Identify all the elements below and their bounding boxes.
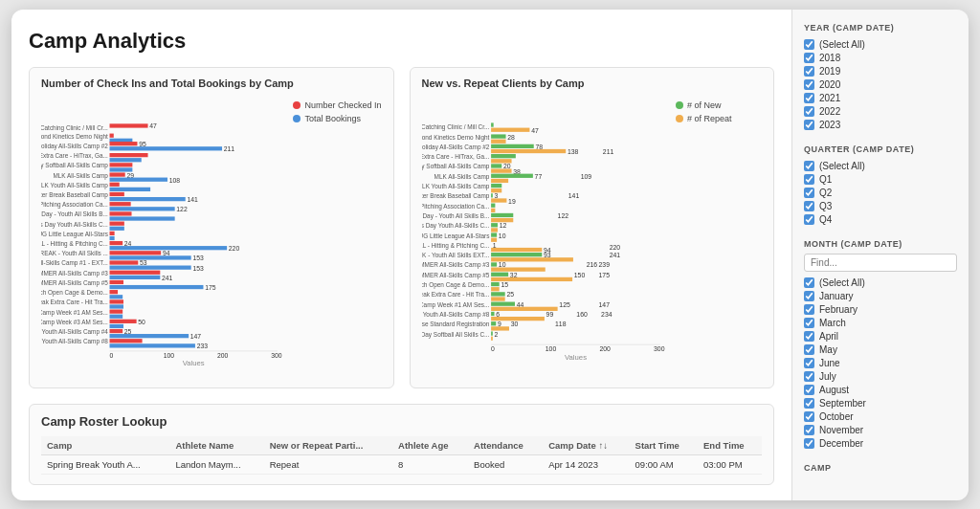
- svg-text:MLK All-Skills Camp: MLK All-Skills Camp: [434, 173, 489, 181]
- month-january[interactable]: January: [804, 289, 957, 302]
- svg-rect-196: [491, 337, 493, 341]
- month-march-checkbox[interactable]: [804, 318, 814, 328]
- col-age[interactable]: Athlete Age: [392, 436, 468, 455]
- svg-text:Holiday All-Skills Camp #2: Holiday All-Skills Camp #2: [41, 143, 108, 150]
- cell-type: Repeat: [264, 455, 392, 475]
- svg-text:Presidents Day - Youth All Ski: Presidents Day - Youth All Skills B...: [422, 212, 490, 220]
- svg-text:44: 44: [516, 301, 523, 308]
- month-september[interactable]: September: [804, 396, 957, 409]
- month-november[interactable]: November: [804, 423, 957, 436]
- svg-rect-81: [110, 334, 189, 338]
- year-2022[interactable]: 2022: [804, 104, 957, 118]
- svg-text:0: 0: [110, 352, 114, 359]
- legend-repeat-label: # of Repeat: [687, 114, 732, 123]
- month-may[interactable]: May: [804, 343, 957, 356]
- col-camp[interactable]: Camp: [41, 436, 169, 455]
- year-2019[interactable]: 2019: [804, 64, 957, 77]
- month-september-label: September: [819, 398, 866, 409]
- svg-text:Holiday Extra Care - HiTrax, G: Holiday Extra Care - HiTrax, Ga...: [41, 152, 108, 160]
- month-select-all-checkbox[interactable]: [804, 277, 814, 288]
- quarter-q1[interactable]: Q1: [804, 172, 957, 186]
- svg-text:Values: Values: [183, 359, 205, 367]
- month-search-input[interactable]: [804, 254, 957, 272]
- svg-text:220: 220: [609, 244, 620, 251]
- month-august-checkbox[interactable]: [804, 385, 814, 395]
- year-2022-checkbox[interactable]: [804, 106, 814, 117]
- quarter-q2-label: Q2: [819, 188, 832, 198]
- svg-rect-104: [491, 149, 566, 153]
- year-2020-checkbox[interactable]: [804, 79, 814, 90]
- year-2021[interactable]: 2021: [804, 91, 957, 104]
- month-april-checkbox[interactable]: [804, 331, 814, 342]
- month-september-checkbox[interactable]: [804, 398, 814, 409]
- month-february-checkbox[interactable]: [804, 304, 814, 315]
- month-june[interactable]: June: [804, 356, 957, 369]
- month-select-all[interactable]: (Select All): [804, 276, 957, 289]
- year-select-all[interactable]: (Select All): [804, 37, 957, 51]
- year-2021-checkbox[interactable]: [804, 93, 814, 103]
- year-2023-checkbox[interactable]: [804, 120, 814, 130]
- svg-text:138: 138: [567, 148, 578, 155]
- month-october[interactable]: October: [804, 409, 957, 423]
- svg-text:211: 211: [602, 148, 613, 155]
- svg-rect-43: [110, 241, 123, 245]
- col-type[interactable]: New or Repeat Parti...: [264, 436, 392, 455]
- svg-text:RUG Little League All-Stars: RUG Little League All-Stars: [422, 232, 489, 240]
- col-athlete[interactable]: Athlete Name: [169, 436, 263, 455]
- year-2018-checkbox[interactable]: [804, 53, 814, 63]
- svg-text:Baseball Catching Clinic / Mil: Baseball Catching Clinic / Mill Cr...: [422, 123, 490, 131]
- quarter-q2-checkbox[interactable]: [804, 188, 814, 198]
- month-october-checkbox[interactable]: [804, 411, 814, 422]
- quarter-q2[interactable]: Q2: [804, 186, 957, 199]
- svg-text:25: 25: [124, 328, 132, 335]
- quarter-q3-checkbox[interactable]: [804, 201, 814, 211]
- month-february[interactable]: February: [804, 302, 957, 316]
- month-january-checkbox[interactable]: [804, 291, 814, 301]
- col-end[interactable]: End Time: [698, 436, 762, 455]
- chart-checkins: Number of Check Ins and Total Bookings b…: [29, 67, 394, 388]
- year-2018[interactable]: 2018: [804, 51, 957, 64]
- filter-sidebar: YEAR (CAMP DATE) (Select All) 2018 2019 …: [791, 10, 969, 500]
- month-december-checkbox[interactable]: [804, 438, 814, 449]
- quarter-q4-checkbox[interactable]: [804, 214, 814, 225]
- month-january-label: January: [819, 291, 854, 301]
- month-june-checkbox[interactable]: [804, 358, 814, 368]
- quarter-q4-label: Q4: [819, 214, 832, 225]
- svg-rect-53: [110, 260, 139, 264]
- year-2020[interactable]: 2020: [804, 77, 957, 91]
- svg-rect-70: [110, 304, 123, 308]
- svg-text:211: 211: [224, 145, 235, 152]
- year-select-all-checkbox[interactable]: [804, 39, 814, 50]
- svg-text:2: 2: [494, 331, 498, 338]
- month-march[interactable]: March: [804, 316, 957, 329]
- svg-text:Presidents Day - Youth All Ski: Presidents Day - Youth All Skills B...: [41, 210, 108, 218]
- year-2023[interactable]: 2023: [804, 118, 957, 131]
- svg-text:Tom House Standard Registratio: Tom House Standard Registration: [422, 321, 490, 328]
- month-may-label: May: [819, 344, 837, 355]
- quarter-q4[interactable]: Q4: [804, 212, 957, 226]
- quarter-q1-checkbox[interactable]: [804, 174, 814, 185]
- month-november-checkbox[interactable]: [804, 425, 814, 435]
- col-start[interactable]: Start Time: [630, 436, 698, 455]
- camp-filter-title: CAMP: [804, 463, 957, 473]
- svg-rect-139: [491, 228, 498, 232]
- svg-rect-73: [110, 315, 123, 319]
- col-attendance[interactable]: Attendance: [468, 436, 543, 455]
- col-date[interactable]: Camp Date ↑↓: [543, 436, 629, 455]
- cell-camp: Spring Break Youth A...: [41, 455, 169, 475]
- month-may-checkbox[interactable]: [804, 344, 814, 355]
- month-april[interactable]: April: [804, 329, 957, 343]
- year-2019-checkbox[interactable]: [804, 66, 814, 77]
- quarter-select-all[interactable]: (Select All): [804, 159, 957, 172]
- month-july-checkbox[interactable]: [804, 371, 814, 382]
- month-december[interactable]: December: [804, 436, 957, 450]
- quarter-q3[interactable]: Q3: [804, 199, 957, 212]
- svg-rect-41: [110, 236, 115, 240]
- svg-rect-111: [491, 164, 501, 167]
- quarter-select-all-checkbox[interactable]: [804, 161, 814, 171]
- svg-text:28: 28: [507, 134, 515, 141]
- month-july[interactable]: July: [804, 369, 957, 383]
- page-title: Camp Analytics: [29, 29, 774, 54]
- svg-rect-23: [110, 183, 120, 187]
- month-august[interactable]: August: [804, 383, 957, 396]
